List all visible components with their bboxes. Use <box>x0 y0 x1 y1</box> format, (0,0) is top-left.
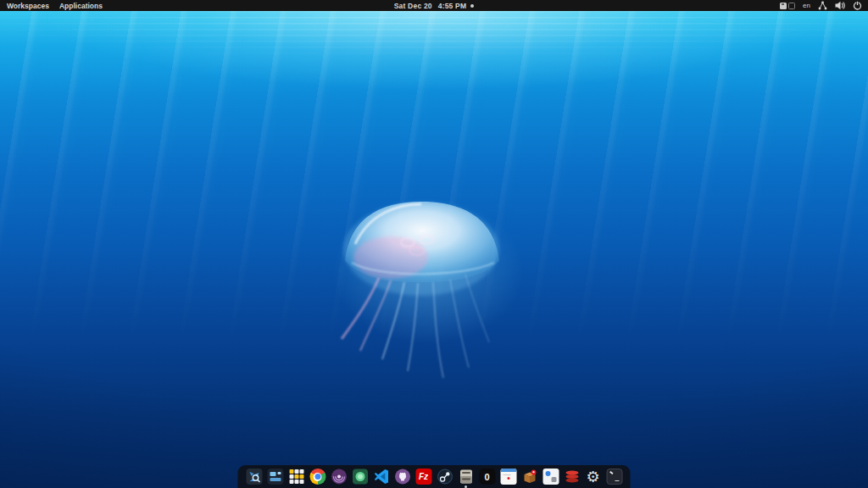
workspace-pager-icon[interactable] <box>780 3 795 9</box>
dock-item-github-desktop[interactable] <box>394 469 411 485</box>
dock-item-google-chrome[interactable] <box>309 469 326 485</box>
letter-o-icon: 0 <box>479 469 495 485</box>
dock-item-package-box-app[interactable] <box>521 469 538 485</box>
app-grid-icon <box>289 469 303 484</box>
running-indicator-dot <box>465 485 467 488</box>
clock-date: Sat Dec 20 <box>394 2 432 10</box>
dock-item-app-grid-launcher[interactable] <box>288 469 305 485</box>
workspace-active[interactable] <box>780 3 787 9</box>
keyboard-layout-indicator[interactable]: en <box>803 2 810 9</box>
top-panel: Workspaces Applications Sat Dec 20 4:55 … <box>0 0 868 11</box>
window-layout-icon <box>267 469 283 485</box>
redis-icon <box>564 469 580 485</box>
dock-item-settings[interactable]: ⚙ <box>585 469 602 485</box>
clock[interactable]: Sat Dec 20 4:55 PM <box>394 2 467 10</box>
panel-menus: Workspaces Applications <box>0 2 103 10</box>
steam-icon <box>437 469 453 485</box>
filezilla-icon: Fz <box>415 469 431 485</box>
applications-menu[interactable]: Applications <box>59 2 103 10</box>
system-tray: en <box>780 1 868 10</box>
dock-item-blue-dot-card-app[interactable] <box>542 469 559 485</box>
network-share-icon[interactable] <box>818 1 827 10</box>
power-icon[interactable] <box>853 1 862 10</box>
clock-time: 4:55 PM <box>438 2 467 10</box>
dock-item-redis-app[interactable] <box>564 469 581 485</box>
blue-dot-card-icon <box>542 469 559 485</box>
dock-item-tor-browser[interactable] <box>331 469 348 485</box>
chrome-icon <box>309 469 326 485</box>
dock-item-calendar-app[interactable] <box>500 469 517 485</box>
calendar-icon <box>500 469 516 485</box>
dock-item-app-finder[interactable] <box>246 469 263 485</box>
dock-item-vscode[interactable] <box>373 469 390 485</box>
settings-gear-icon: ⚙ <box>586 469 599 485</box>
vscode-icon <box>373 469 389 485</box>
package-box-icon <box>521 469 537 485</box>
dock: Fz 0 <box>238 465 631 488</box>
notification-dot-icon <box>470 4 474 8</box>
dock-item-filezilla[interactable]: Fz <box>415 469 432 485</box>
volume-icon[interactable] <box>835 1 845 10</box>
dock-item-steam[interactable] <box>437 469 453 485</box>
panel-clock-area: Sat Dec 20 4:55 PM <box>0 2 868 10</box>
dock-item-letter-o-app[interactable]: 0 <box>479 469 496 485</box>
jellyfish-image <box>326 193 521 396</box>
file-cabinet-icon <box>458 469 474 485</box>
workspace-idle[interactable] <box>788 3 795 9</box>
terminal-icon <box>606 469 622 485</box>
tor-browser-icon <box>331 469 347 485</box>
dock-item-window-layout-app[interactable] <box>267 469 284 485</box>
dock-item-green-gem-app[interactable] <box>352 469 369 485</box>
green-gem-icon <box>352 469 368 485</box>
github-desktop-icon <box>394 469 410 485</box>
dock-item-terminal[interactable] <box>606 469 623 485</box>
dock-item-file-cabinet-app[interactable] <box>458 469 475 485</box>
workspaces-menu[interactable]: Workspaces <box>7 2 49 10</box>
app-finder-icon <box>246 469 262 485</box>
